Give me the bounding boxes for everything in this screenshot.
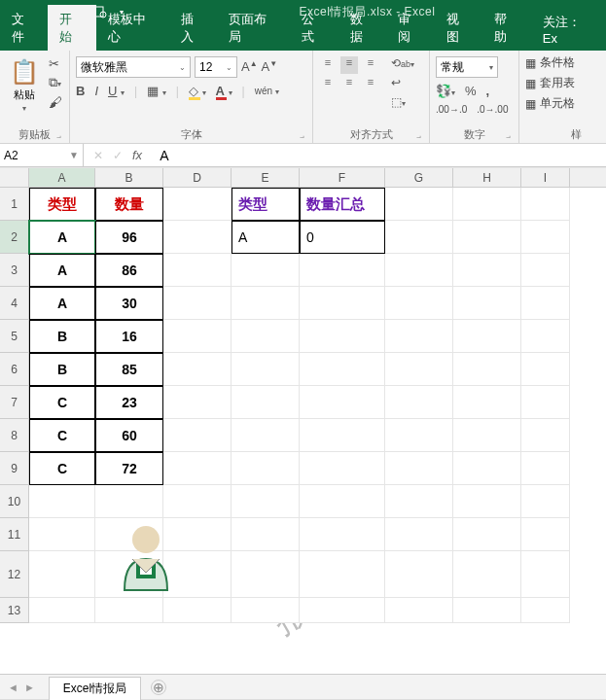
tab-formulas[interactable]: 公式: [290, 5, 338, 51]
col-header-I[interactable]: I: [521, 168, 570, 187]
cell[interactable]: [453, 485, 521, 518]
row-header[interactable]: 6: [0, 353, 29, 386]
cell[interactable]: [300, 419, 385, 452]
cell[interactable]: [521, 320, 570, 353]
font-name-select[interactable]: 微软雅黑⌄: [76, 56, 191, 78]
cell[interactable]: [163, 188, 232, 221]
cell[interactable]: A: [29, 221, 95, 254]
cell[interactable]: B: [29, 353, 95, 386]
cell[interactable]: [521, 598, 570, 623]
name-box[interactable]: ▼: [0, 144, 84, 166]
cell[interactable]: [232, 320, 300, 353]
tab-insert[interactable]: 插入: [169, 5, 217, 51]
cell[interactable]: [453, 188, 521, 221]
sheet-nav-prev-icon[interactable]: ◄: [8, 682, 18, 693]
cell[interactable]: [232, 452, 300, 485]
col-header-A[interactable]: A: [29, 168, 95, 187]
conditional-formatting-button[interactable]: ▦条件格: [525, 54, 582, 71]
cell[interactable]: [385, 485, 453, 518]
cell[interactable]: 96: [95, 221, 163, 254]
cell[interactable]: [163, 221, 232, 254]
merge-button[interactable]: ⬚▾: [391, 95, 414, 109]
cell[interactable]: [521, 188, 570, 221]
cell[interactable]: [232, 287, 300, 320]
italic-button[interactable]: I: [94, 84, 98, 98]
cell[interactable]: [521, 452, 570, 485]
cell[interactable]: [95, 485, 163, 518]
cell[interactable]: C: [29, 419, 95, 452]
currency-button[interactable]: 💱▾: [436, 84, 455, 98]
cell[interactable]: [453, 551, 521, 598]
cell[interactable]: [29, 598, 95, 623]
cell[interactable]: 类型: [29, 188, 95, 221]
cell[interactable]: [385, 598, 453, 623]
cell[interactable]: [163, 485, 232, 518]
cell[interactable]: [300, 452, 385, 485]
cell[interactable]: 类型: [232, 188, 300, 221]
cell[interactable]: [385, 419, 453, 452]
cell[interactable]: [163, 598, 232, 623]
copy-icon[interactable]: ⧉▾: [49, 75, 62, 90]
col-header-G[interactable]: G: [385, 168, 453, 187]
cell[interactable]: [232, 386, 300, 419]
cell[interactable]: [163, 254, 232, 287]
cell[interactable]: [521, 353, 570, 386]
cell[interactable]: [453, 221, 521, 254]
cell[interactable]: [521, 221, 570, 254]
tab-templates[interactable]: 模板中心: [96, 5, 169, 51]
wrap-text-button[interactable]: ↩: [391, 76, 414, 89]
cell[interactable]: [521, 386, 570, 419]
cell[interactable]: [232, 551, 300, 598]
cell[interactable]: [453, 419, 521, 452]
col-header-B[interactable]: B: [95, 168, 163, 187]
fx-icon[interactable]: fx: [132, 148, 142, 162]
shrink-font-icon[interactable]: A▼: [262, 59, 278, 74]
row-header[interactable]: 7: [0, 386, 29, 419]
cancel-formula-icon[interactable]: ✕: [93, 149, 103, 162]
sheet-tab[interactable]: Excel情报局: [49, 677, 141, 700]
cell[interactable]: 72: [95, 452, 163, 485]
add-sheet-button[interactable]: ⊕: [151, 680, 166, 695]
cell[interactable]: [300, 518, 385, 551]
row-header[interactable]: 10: [0, 485, 29, 518]
tab-data[interactable]: 数据: [339, 5, 386, 51]
cell[interactable]: [521, 551, 570, 598]
phonetic-button[interactable]: wén ▾: [255, 86, 279, 96]
format-as-table-button[interactable]: ▦套用表: [525, 75, 582, 91]
tab-file[interactable]: 文件: [0, 5, 48, 51]
orientation-button[interactable]: ⟲ab▾: [391, 56, 414, 70]
tab-follow[interactable]: 关注：Ex: [531, 8, 606, 51]
row-header[interactable]: 5: [0, 320, 29, 353]
fill-color-button[interactable]: ◇ ▾: [189, 84, 206, 98]
cell[interactable]: [521, 485, 570, 518]
cell[interactable]: [453, 287, 521, 320]
cell[interactable]: [453, 254, 521, 287]
cell[interactable]: [300, 353, 385, 386]
row-header[interactable]: 4: [0, 287, 29, 320]
cell[interactable]: [300, 386, 385, 419]
row-header[interactable]: 8: [0, 419, 29, 452]
cell[interactable]: 数量汇总: [300, 188, 385, 221]
cell[interactable]: [232, 254, 300, 287]
cell[interactable]: [453, 452, 521, 485]
cell[interactable]: [385, 320, 453, 353]
cell[interactable]: [385, 221, 453, 254]
cell[interactable]: [521, 287, 570, 320]
cell[interactable]: [453, 353, 521, 386]
cell[interactable]: [95, 518, 163, 551]
cell[interactable]: [453, 386, 521, 419]
row-header[interactable]: 11: [0, 518, 29, 551]
row-header[interactable]: 2: [0, 221, 29, 254]
cell[interactable]: [300, 287, 385, 320]
cut-icon[interactable]: ✂: [49, 56, 62, 71]
align-top-icon[interactable]: ≡: [319, 56, 337, 74]
cell[interactable]: [300, 320, 385, 353]
cell[interactable]: A: [29, 254, 95, 287]
cell[interactable]: [300, 254, 385, 287]
cell[interactable]: A: [232, 221, 300, 254]
cell[interactable]: [385, 188, 453, 221]
cell[interactable]: C: [29, 386, 95, 419]
cell[interactable]: A: [29, 287, 95, 320]
cell[interactable]: [385, 551, 453, 598]
formula-input[interactable]: [152, 144, 606, 166]
